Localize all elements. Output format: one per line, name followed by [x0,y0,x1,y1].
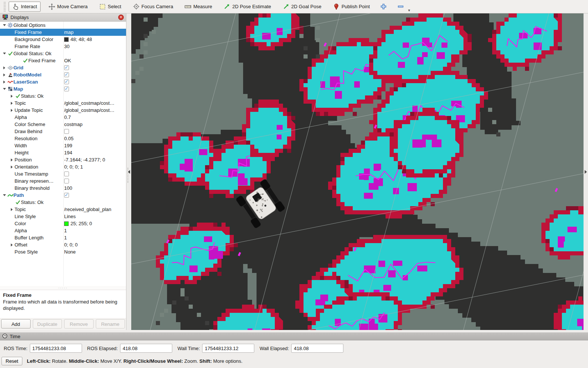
tree-row-update-topic[interactable]: Update Topic/global_costmap/cost… [0,107,126,114]
tree-row-draw-behind[interactable]: Draw Behind [0,128,126,135]
property-value[interactable] [64,129,125,134]
tree-row-status-ok[interactable]: Status: Ok [0,199,126,206]
checkbox[interactable] [64,129,69,134]
property-value[interactable] [64,172,125,176]
tree-row-topic[interactable]: Topic/global_costmap/cost… [0,100,126,107]
property-value[interactable] [64,65,125,70]
wall-elapsed-input[interactable] [291,344,343,353]
property-value[interactable] [64,79,125,84]
checkbox[interactable] [64,179,69,183]
tree-row-topic[interactable]: Topic/received_global_plan [0,206,126,213]
property-value[interactable]: 0.05 [64,136,125,141]
color-swatch[interactable] [64,221,69,226]
reset-button[interactable]: Reset [1,357,22,365]
property-value[interactable]: Lines [64,214,125,219]
property-value[interactable]: -7.1644; -4.2377; 0 [64,157,125,163]
tree-row-frame-rate[interactable]: Frame Rate30 [0,43,126,50]
toolbar-overflow-icon[interactable]: ▼ [408,9,411,12]
tree-row-path[interactable]: Path [0,192,126,199]
expander-right-icon[interactable] [1,73,7,76]
expander-right-icon[interactable] [1,81,7,84]
expander-down-icon[interactable] [1,88,7,90]
expander-down-icon[interactable] [1,194,7,196]
expander-right-icon[interactable] [1,66,7,69]
property-value[interactable] [64,72,125,77]
tree-row-color-scheme[interactable]: Color Schemecostmap [0,121,126,128]
right-splitter[interactable] [584,13,588,330]
tool-measure[interactable]: Measure [181,1,216,12]
tool-focus-camera[interactable]: Focus Camera [129,1,177,12]
tool-move-camera[interactable]: Move Camera [45,1,91,12]
tree-row-alpha[interactable]: Alpha1 [0,227,126,234]
property-value[interactable]: 100 [64,185,125,191]
checkbox[interactable] [64,193,69,198]
expander-right-icon[interactable] [9,102,15,105]
tree-row-line-style[interactable]: Line StyleLines [0,213,126,220]
tree-row-binary-represen-[interactable]: Binary represen… [0,177,126,185]
property-value[interactable]: /received_global_plan [64,207,125,212]
tree-row-alpha[interactable]: Alpha0.7 [0,114,126,121]
collapse-right-icon[interactable] [585,170,587,174]
tool-2d-pose-estimate[interactable]: 2D Pose Estimate [220,1,275,12]
expander-right-icon[interactable] [9,243,15,246]
tree-row-orientation[interactable]: Orientation0; 0; 0; 1 [0,163,126,170]
tree-row-laserscan[interactable]: LaserScan [0,78,126,85]
checkbox[interactable] [64,87,69,91]
tree-row-pose-style[interactable]: Pose StyleNone [0,248,126,255]
property-value[interactable] [64,179,125,183]
property-value[interactable]: 1 [64,228,125,233]
tree-row-position[interactable]: Position-7.1644; -4.2377; 0 [0,156,126,163]
tree-row-grid[interactable]: Grid [0,64,126,71]
property-value[interactable]: map [64,29,125,35]
tree-row-buffer-length[interactable]: Buffer Length1 [0,234,126,241]
property-value[interactable]: 199 [64,143,125,148]
checkbox[interactable] [64,79,69,84]
checkbox[interactable] [64,65,69,70]
tool-add-tool[interactable] [378,1,390,12]
color-swatch[interactable] [64,37,69,42]
tree-row-offset[interactable]: Offset0; 0; 0 [0,241,126,248]
tree-row-width[interactable]: Width199 [0,142,126,149]
checkbox[interactable] [64,172,69,176]
property-value[interactable]: costmap [64,122,125,127]
tree-row-robotmodel[interactable]: RobotModel [0,71,126,78]
tool-publish-point[interactable]: Publish Point [329,1,374,12]
tree-row-global-status-ok[interactable]: Global Status: Ok [0,50,126,57]
expander-right-icon[interactable] [9,166,15,169]
tree-row-global-options[interactable]: Global Options [0,22,126,29]
property-value[interactable] [64,87,125,91]
property-value[interactable]: OK [64,58,125,63]
property-value[interactable]: 0.7 [64,114,125,120]
tree-row-height[interactable]: Height194 [0,149,126,156]
tree-row-binary-threshold[interactable]: Binary threshold100 [0,185,126,192]
tree-row-status-ok[interactable]: Status: Ok [0,92,126,100]
expander-down-icon[interactable] [1,53,7,54]
property-value[interactable]: 30 [64,44,125,49]
toolbar-drag-handle[interactable] [4,2,6,12]
tool-2d-goal-pose[interactable]: 2D Goal Pose [279,1,325,12]
tool-interact[interactable]: Interact [9,1,41,12]
property-value[interactable]: 194 [64,150,125,155]
wall-time-input[interactable] [202,344,254,353]
property-value[interactable]: /global_costmap/cost… [64,107,125,113]
tree-row-fixed-frame[interactable]: Fixed FrameOK [0,57,126,64]
tree-row-color[interactable]: Color25; 255; 0 [0,220,126,227]
property-value[interactable]: 0; 0; 0 [64,242,125,248]
ros-time-input[interactable] [30,344,82,353]
tree-row-background-color[interactable]: Background Color48; 48; 48 [0,36,126,43]
property-value[interactable]: 48; 48; 48 [64,37,125,42]
close-panel-icon[interactable]: ✕ [118,15,124,20]
help-splitter-handle[interactable]: ····· [0,286,126,290]
expander-right-icon[interactable] [9,158,15,161]
tool-remove-tool[interactable] [395,1,407,12]
property-value[interactable]: None [64,249,125,255]
tool-select[interactable]: Select [95,1,125,12]
expander-down-icon[interactable] [1,24,7,26]
property-value[interactable]: 25; 255; 0 [64,221,125,226]
3d-viewport[interactable] [131,13,584,330]
tree-row-fixed-frame[interactable]: Fixed Framemap [0,29,126,36]
add-button[interactable]: Add [1,319,31,328]
checkbox[interactable] [64,72,69,77]
ros-elapsed-input[interactable] [120,344,172,353]
expander-right-icon[interactable] [9,95,15,98]
